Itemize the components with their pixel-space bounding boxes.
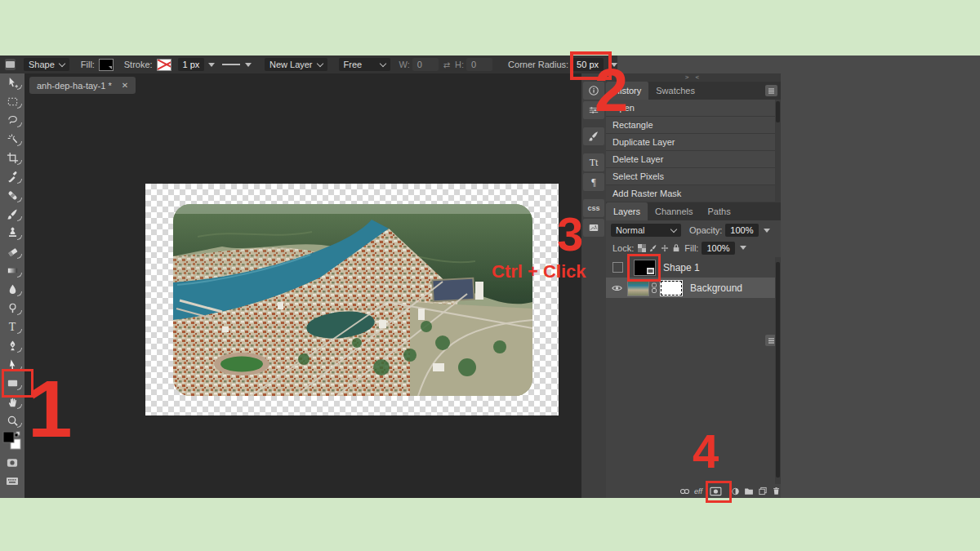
lasso-tool-button[interactable] xyxy=(0,111,24,130)
eraser-tool-button[interactable] xyxy=(0,242,24,261)
character-panel-button[interactable]: Tt xyxy=(583,153,604,171)
healing-tool-button[interactable] xyxy=(0,186,24,205)
lasso-icon xyxy=(7,114,19,127)
highlight-box-shape-thumbnail xyxy=(627,254,661,282)
stroke-style-arrow-icon[interactable] xyxy=(245,63,252,67)
brush-panel-button[interactable] xyxy=(583,127,604,145)
keyboard-shortcuts-button[interactable] xyxy=(0,472,24,491)
stroke-style-preview xyxy=(222,64,240,65)
move-tool-button[interactable] xyxy=(0,73,24,92)
canvas-area[interactable]: anh-dep-ha-tay-1 * ✕ xyxy=(24,73,581,498)
dodge-icon xyxy=(7,302,19,314)
opacity-arrow-icon[interactable] xyxy=(764,229,770,233)
layers-bottom-bar: eff xyxy=(606,484,781,498)
swap-wh-icon[interactable]: ⇄ xyxy=(443,60,450,69)
height-label: H: xyxy=(455,60,464,69)
opacity-value[interactable]: 100% xyxy=(725,224,758,237)
background-mask-thumbnail[interactable] xyxy=(660,280,683,296)
image-panel-button[interactable] xyxy=(583,219,604,237)
tab-swatches[interactable]: Swatches xyxy=(648,82,702,100)
fill-opacity-value[interactable]: 100% xyxy=(702,242,734,255)
fill-swatch[interactable] xyxy=(99,59,114,71)
history-item[interactable]: Delete Layer xyxy=(606,151,775,168)
gradient-icon xyxy=(7,264,19,277)
tab-channels[interactable]: Channels xyxy=(648,202,700,220)
stroke-swatch-none[interactable] xyxy=(157,59,172,71)
layers-scrollbar[interactable] xyxy=(775,257,781,484)
height-input[interactable]: 0 xyxy=(466,58,492,71)
zoom-tool-button[interactable] xyxy=(0,411,24,430)
blend-options-row: Normal Opacity: 100% xyxy=(606,220,781,240)
history-item[interactable]: Open xyxy=(606,100,775,117)
lock-pixels-icon[interactable] xyxy=(649,244,657,252)
type-tool-button[interactable]: T xyxy=(0,318,24,336)
blend-mode-dropdown[interactable]: Normal xyxy=(611,224,681,237)
stroke-width-input[interactable]: 1 px xyxy=(178,58,205,71)
history-item-current[interactable]: Add Raster Mask xyxy=(606,185,775,202)
gradient-tool-button[interactable] xyxy=(0,261,24,280)
layer-effects-button[interactable]: eff xyxy=(694,487,702,495)
history-tabbar: History Swatches xyxy=(606,82,781,100)
crop-tool-button[interactable] xyxy=(0,149,24,167)
close-icon[interactable]: ✕ xyxy=(122,81,128,90)
blur-tool-button[interactable] xyxy=(0,280,24,299)
stroke-width-arrow-icon[interactable] xyxy=(208,63,215,67)
workspace-filler-right xyxy=(781,73,980,498)
fill-opacity-label: Fill: xyxy=(684,243,698,253)
css-panel-button[interactable]: css xyxy=(583,199,604,217)
new-layer-label: New Layer xyxy=(270,60,313,69)
new-folder-icon[interactable] xyxy=(744,487,754,495)
pen-tool-button[interactable] xyxy=(0,336,24,355)
magic-wand-tool-button[interactable] xyxy=(0,130,24,149)
quick-mask-icon xyxy=(6,456,19,469)
visibility-eye-icon[interactable] xyxy=(612,284,622,292)
history-item[interactable]: Select Pixels xyxy=(606,168,775,185)
new-layer-dropdown[interactable]: New Layer xyxy=(265,58,327,71)
history-scrollbar[interactable] xyxy=(775,100,781,202)
stroke-label: Stroke: xyxy=(124,60,153,69)
screenshot-root: Shape Fill: Stroke: 1 px New Layer Free … xyxy=(0,0,980,551)
constraint-dropdown[interactable]: Free xyxy=(339,58,391,71)
step-number-2: 2 xyxy=(595,60,628,121)
document-tab[interactable]: anh-dep-ha-tay-1 * ✕ xyxy=(29,77,136,94)
crop-icon xyxy=(7,152,19,164)
visibility-toggle-off[interactable] xyxy=(612,262,623,273)
step-number-4: 4 xyxy=(693,428,719,475)
layer-mask-link-icon[interactable] xyxy=(651,282,657,294)
lock-all-icon[interactable] xyxy=(672,243,680,252)
clone-stamp-tool-button[interactable] xyxy=(0,224,24,242)
marquee-tool-button[interactable] xyxy=(0,92,24,111)
foreground-background-colors[interactable] xyxy=(0,430,24,453)
marquee-icon xyxy=(7,96,19,108)
tab-paths[interactable]: Paths xyxy=(701,202,738,220)
lock-position-icon[interactable] xyxy=(661,244,669,252)
paragraph-panel-button[interactable]: ¶ xyxy=(583,173,604,191)
history-list: Open Rectangle Duplicate Layer Delete La… xyxy=(606,100,775,202)
adjustment-layer-icon[interactable] xyxy=(731,487,740,496)
pen-icon xyxy=(7,340,19,352)
constraint-label: Free xyxy=(344,60,363,69)
quick-mask-button[interactable] xyxy=(0,453,24,472)
width-input[interactable]: 0 xyxy=(412,58,439,71)
layers-tabbar: Layers Channels Paths xyxy=(606,202,781,220)
tab-layers[interactable]: Layers xyxy=(606,202,648,220)
chevron-down-icon xyxy=(380,60,386,66)
lock-transparency-icon[interactable] xyxy=(638,244,646,252)
history-menu-button[interactable] xyxy=(765,85,777,96)
delete-layer-icon[interactable] xyxy=(772,486,781,496)
history-item[interactable]: Rectangle xyxy=(606,117,775,134)
menu-icon xyxy=(768,91,774,91)
new-layer-icon[interactable] xyxy=(758,486,768,496)
eyedropper-tool-button[interactable] xyxy=(0,167,24,186)
brush-tool-button[interactable] xyxy=(0,205,24,224)
shape-mode-dropdown[interactable]: Shape xyxy=(24,58,69,71)
active-tool-icon xyxy=(5,59,16,70)
history-item[interactable]: Duplicate Layer xyxy=(606,134,775,151)
background-thumbnail[interactable] xyxy=(627,280,649,296)
link-layers-icon[interactable] xyxy=(679,487,690,495)
collapse-icon: > < xyxy=(685,73,702,81)
fill-arrow-icon[interactable] xyxy=(740,246,746,250)
panel-collapse-bar[interactable]: > < xyxy=(606,73,781,82)
css-icon: css xyxy=(587,204,599,212)
dodge-tool-button[interactable] xyxy=(0,299,24,318)
